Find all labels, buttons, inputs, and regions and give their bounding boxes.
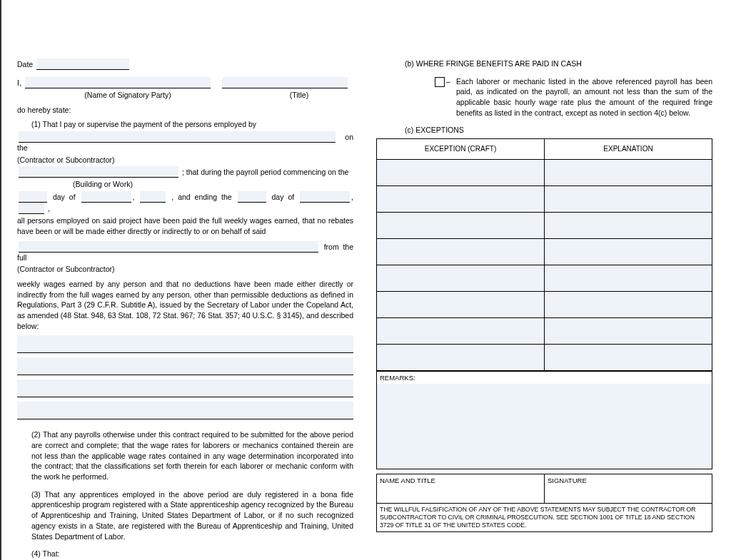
exc-cell[interactable] [377,186,545,213]
para4c: (c) EXCEPTIONS [376,125,712,136]
exc-cell[interactable] [377,345,545,371]
name-caption: (Name of Signatory Party) [46,90,210,101]
exc-cell[interactable] [545,265,712,292]
start-day-field[interactable] [19,191,47,203]
exc-cell[interactable] [545,239,712,265]
end-day-field[interactable] [238,191,266,203]
comma-tail: , [48,204,50,213]
para4b: (b) WHERE FRINGE BENEFITS ARE PAID IN CA… [376,58,712,69]
exc-cell[interactable] [377,213,545,239]
end-month-field[interactable] [300,191,350,203]
signature-box[interactable]: SIGNATURE [545,474,712,504]
deduction-line-4[interactable] [17,402,353,419]
date-label: Date [17,60,33,68]
falsification-notice: THE WILLFUL FALSIFICATION OF ANY OF THE … [376,504,712,532]
exc-cell[interactable] [377,318,545,345]
start-year-field[interactable] [140,191,166,203]
form-page: Date I, (Name of Signatory Party) (Title… [0,0,731,560]
deduction-line-1[interactable] [17,335,353,353]
building-row: ; that during the payroll period commenc… [17,166,353,178]
th-exception-craft: EXCEPTION (CRAFT) [377,139,545,160]
remarks-label: REMARKS: [376,371,712,384]
left-column: Date I, (Name of Signatory Party) (Title… [9,9,365,551]
i-label: I, [17,78,21,87]
date-row: Date [17,58,353,70]
exc-cell[interactable] [545,160,712,186]
exc-cell[interactable] [545,213,712,239]
contractor-row: on the [17,131,353,153]
contractor2-caption: (Contractor or Subcontractor) [17,264,317,275]
name-and-title-box[interactable]: NAME AND TITLE [376,474,545,504]
exc-cell[interactable] [377,160,545,186]
para3: (3) That any apprentices employed in the… [17,489,353,541]
signatory-captions: (Name of Signatory Party) (Title) [17,90,353,101]
and-ending: , and ending the [171,193,236,201]
signatory-row: I, [17,77,353,88]
bullet-b-text: Each laborer or mechanic listed in the a… [452,76,712,118]
exc-cell[interactable] [545,345,712,371]
th-explanation: EXPLANATION [545,139,712,160]
exc-cell[interactable] [377,239,545,265]
end-year-field[interactable] [19,203,44,214]
building-caption: (Building or Work) [46,179,220,190]
dash-b: – [445,76,452,87]
deduction-line-3[interactable] [17,380,353,397]
start-month-field[interactable] [81,191,131,203]
exc-cell[interactable] [545,186,712,213]
exc-cell[interactable] [545,318,712,345]
remarks-field[interactable] [376,384,712,469]
signature-row: NAME AND TITLE SIGNATURE [376,474,712,504]
day-of-1b: day of [272,193,299,201]
signature-label: SIGNATURE [548,477,587,484]
checkbox-b[interactable] [435,77,445,87]
hereby-state: do hereby state: [17,105,353,116]
dates-row: day of , , and ending the day of , , [17,191,353,214]
title-caption: (Title) [246,90,353,101]
day-of-1a: day of [53,193,80,201]
contractor2-row: from the full [17,241,353,263]
date-field[interactable] [36,58,129,70]
contractor-caption: (Contractor or Subcontractor) [17,155,334,166]
signatory-name-field[interactable] [25,77,211,88]
exceptions-table: EXCEPTION (CRAFT) EXPLANATION [376,138,712,371]
exc-cell[interactable] [377,292,545,318]
exc-cell[interactable] [545,292,712,318]
name-and-title-label: NAME AND TITLE [380,477,435,484]
exc-cell[interactable] [377,265,545,292]
deduction-line-2[interactable] [17,357,353,375]
contractor2-field[interactable] [19,241,318,253]
building-field[interactable] [19,166,178,178]
contractor-field[interactable] [19,131,336,143]
bullet-b-row: – Each laborer or mechanic listed in the… [376,76,712,118]
payroll-period-text: ; that during the payroll period commenc… [182,168,348,177]
all-persons-text: all persons employed on said project hav… [17,215,353,236]
para4-lead: (4) That: [17,549,353,559]
right-column: (b) WHERE FRINGE BENEFITS ARE PAID IN CA… [365,9,718,551]
weekly-para: weekly wages earned by any person and th… [17,279,353,331]
para2: (2) That any payrolls otherwise under th… [17,429,353,482]
para1-lead: (1) That I pay or supervise the payment … [17,119,353,130]
signatory-title-field[interactable] [222,77,348,88]
